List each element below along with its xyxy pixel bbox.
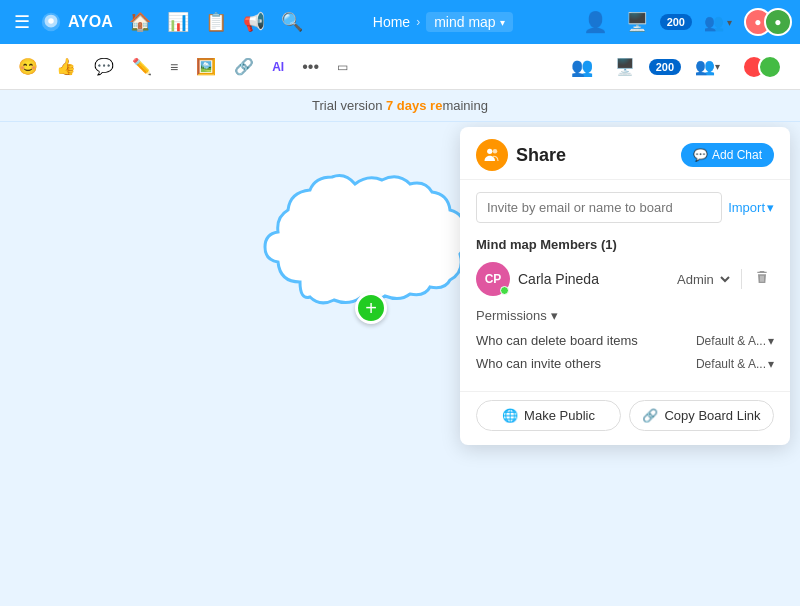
app-logo: AYOA	[40, 11, 113, 33]
member-row: CP Carla Pineda Admin Editor Viewer	[476, 262, 774, 296]
svg-point-2	[487, 149, 492, 154]
image-tool-button[interactable]: 🖼️	[188, 51, 224, 82]
member-role-select[interactable]: Admin Editor Viewer	[673, 271, 733, 288]
globe-icon: 🌐	[502, 408, 518, 423]
screen-toolbar-button[interactable]: 🖥️	[607, 51, 643, 82]
nav-right-controls: 👤 🖥️ 200 👥 ▾ ● ●	[577, 6, 792, 38]
more-tools-button[interactable]: •••	[294, 52, 327, 82]
members-label: Mind map Members (1)	[476, 237, 774, 252]
search-nav-button[interactable]: 🔍	[275, 7, 309, 37]
list-tool-button[interactable]: ≡	[162, 53, 186, 81]
toolbar-right: 👥 🖥️ 200 👥▾	[563, 49, 790, 85]
member-name: Carla Pineda	[518, 271, 665, 287]
breadcrumb: Home › mind map ▾	[373, 12, 513, 32]
share-title-group: Share	[476, 139, 566, 171]
boards-nav-button[interactable]: 📋	[199, 7, 233, 37]
cloud-shape-svg	[260, 162, 480, 312]
app-logo-text: AYOA	[68, 13, 113, 31]
delete-member-button[interactable]	[750, 267, 774, 291]
member-divider	[741, 269, 742, 289]
breadcrumb-home[interactable]: Home	[373, 14, 410, 30]
dashboard-nav-button[interactable]: 📊	[161, 7, 195, 37]
permission-row-delete: Who can delete board items Default & A..…	[476, 333, 774, 348]
permission-row-invite: Who can invite others Default & A... ▾	[476, 356, 774, 371]
comment-tool-button[interactable]: 💬	[86, 51, 122, 82]
perm-delete-label: Who can delete board items	[476, 333, 638, 348]
trash-icon	[754, 269, 770, 285]
user-avatar-green: ●	[764, 8, 792, 36]
trial-banner: Trial version 7 days remaining	[0, 90, 800, 122]
shape-tool-button[interactable]: ▭	[329, 54, 356, 80]
announcements-nav-button[interactable]: 📢	[237, 7, 271, 37]
home-nav-button[interactable]: 🏠	[123, 7, 157, 37]
share-icon	[476, 139, 508, 171]
member-avatar: CP	[476, 262, 510, 296]
pen-tool-button[interactable]: ✏️	[124, 51, 160, 82]
ayoa-logo-icon	[40, 11, 62, 33]
share-title: Share	[516, 145, 566, 166]
trial-highlight: 7 days re	[386, 98, 442, 113]
main-toolbar: 😊 👍 💬 ✏️ ≡ 🖼️ 🔗 AI ••• ▭ 👥 🖥️ 200 👥▾	[0, 44, 800, 90]
trial-rest: maining	[442, 98, 488, 113]
emoji-tool-button[interactable]: 😊	[10, 51, 46, 82]
make-public-button[interactable]: 🌐 Make Public	[476, 400, 621, 431]
perm-invite-label: Who can invite others	[476, 356, 601, 371]
share-panel: Share 💬 Add Chat Import ▾ Mind map Membe…	[460, 127, 790, 445]
online-indicator	[500, 286, 509, 295]
canvas-area: + Share 💬 Add Chat	[0, 122, 800, 603]
presence-icon: 👥	[704, 13, 724, 32]
hamburger-menu-button[interactable]: ☰	[8, 7, 36, 37]
points-badge: 200	[660, 14, 692, 30]
share-body: Import ▾ Mind map Members (1) CP Carla P…	[460, 180, 790, 391]
trial-text: Trial version	[312, 98, 386, 113]
present-nav-button[interactable]: 🖥️	[620, 7, 654, 37]
toolbar-points-badge: 200	[649, 59, 681, 75]
perm-invite-select[interactable]: Default & A... ▾	[696, 357, 774, 371]
perm-delete-select[interactable]: Default & A... ▾	[696, 334, 774, 348]
share-footer: 🌐 Make Public 🔗 Copy Board Link	[460, 391, 790, 445]
like-tool-button[interactable]: 👍	[48, 51, 84, 82]
invite-row: Import ▾	[476, 192, 774, 223]
toolbar-avatar-button[interactable]	[734, 49, 790, 85]
mind-map-node[interactable]	[260, 162, 480, 312]
users-toolbar-button[interactable]: 👥	[563, 50, 601, 84]
chat-icon: 💬	[693, 148, 708, 162]
top-navigation: ☰ AYOA 🏠 📊 📋 📢 🔍 Home › mind map ▾ 👤 🖥️ …	[0, 0, 800, 44]
svg-point-3	[493, 149, 498, 154]
toolbar-presence-button[interactable]: 👥▾	[687, 51, 728, 82]
add-node-button[interactable]: +	[355, 292, 387, 324]
presence-button[interactable]: 👥 ▾	[698, 9, 738, 36]
svg-point-1	[48, 18, 54, 23]
share-nav-button[interactable]: 👤	[577, 6, 614, 38]
user-avatar-group: ● ●	[744, 8, 792, 36]
link-chain-icon: 🔗	[642, 408, 658, 423]
presence-arrow: ▾	[727, 17, 732, 28]
permissions-toggle[interactable]: Permissions ▾	[476, 308, 774, 323]
copy-board-link-button[interactable]: 🔗 Copy Board Link	[629, 400, 774, 431]
invite-input[interactable]	[476, 192, 722, 223]
ai-tool-button[interactable]: AI	[264, 54, 292, 80]
breadcrumb-separator: ›	[416, 15, 420, 29]
people-icon	[483, 146, 501, 164]
link-tool-button[interactable]: 🔗	[226, 51, 262, 82]
breadcrumb-current-board[interactable]: mind map ▾	[426, 12, 512, 32]
import-button[interactable]: Import ▾	[728, 200, 774, 215]
share-header: Share 💬 Add Chat	[460, 127, 790, 180]
add-chat-button[interactable]: 💬 Add Chat	[681, 143, 774, 167]
